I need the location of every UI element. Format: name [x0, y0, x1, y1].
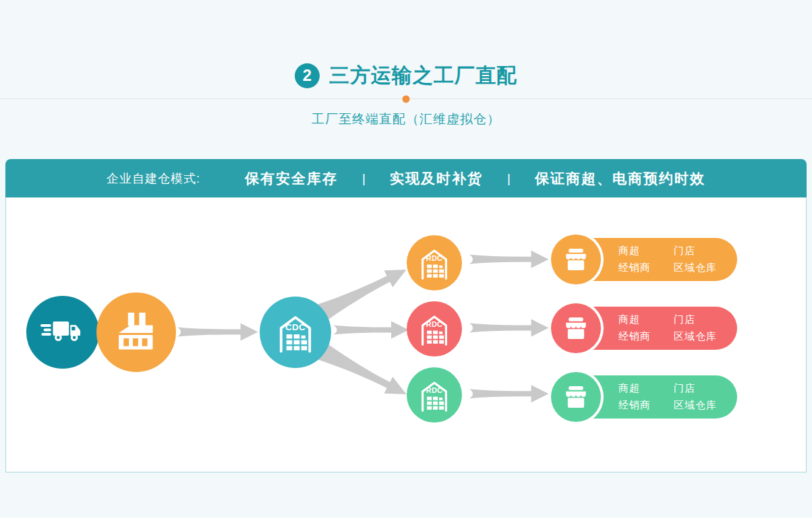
banner-item-2: 实现及时补货: [390, 169, 483, 188]
warehouse-icon: RDC: [416, 377, 453, 413]
banner-label: 企业自建仓模式:: [107, 171, 200, 187]
cdc-warehouse-node: CDC: [260, 297, 331, 368]
arrow-factory-to-cdc: [177, 324, 258, 341]
warehouse-icon: RDC: [416, 245, 453, 281]
rdc-node-middle: RDC: [407, 301, 462, 357]
bottom-strip: [0, 518, 812, 523]
destination-pill-middle: 商超 门店 经销商 区域仓库: [551, 307, 737, 350]
destination-label: 门店: [674, 313, 717, 326]
mode-banner: 企业自建仓模式: 保有安全库存 | 实现及时补货 | 保证商超、电商预约时效: [5, 159, 807, 197]
destination-label: 商超: [618, 382, 663, 395]
rdc-node-bottom: RDC: [407, 367, 462, 423]
warehouse-icon: CDC: [273, 310, 318, 355]
page-title: 三方运输之工厂直配: [329, 62, 517, 90]
destination-label: 区域仓库: [674, 399, 717, 412]
destination-label: 门店: [674, 382, 717, 395]
diagram-panel: CDC RDC R: [5, 197, 807, 472]
banner-item-1: 保有安全库存: [245, 169, 338, 188]
destination-label: 经销商: [618, 262, 663, 274]
destination-label: 商超: [618, 245, 663, 257]
rdc-label: RDC: [426, 320, 443, 328]
banner-separator: |: [362, 171, 366, 186]
rdc-label: RDC: [426, 386, 443, 394]
banner-separator: |: [507, 171, 511, 186]
destination-pill-bottom: 商超 门店 经销商 区域仓库: [551, 375, 737, 419]
rdc-node-top: RDC: [407, 235, 462, 290]
arrow-rdc-mid-to-destination: [469, 319, 549, 337]
content-card: 企业自建仓模式: 保有安全库存 | 实现及时补货 | 保证商超、电商预约时效: [5, 159, 807, 472]
storefront-icon: [560, 244, 591, 275]
transport-node: [26, 296, 99, 369]
storefront-icon: [560, 313, 591, 344]
storefront-icon: [560, 381, 591, 412]
page-heading: 2 三方运输之工厂直配: [0, 62, 812, 89]
store-circle: [551, 372, 601, 422]
page-subtitle: 工厂至终端直配（汇维虚拟仓）: [0, 111, 812, 128]
step-number-badge: 2: [295, 63, 320, 88]
store-circle: [551, 303, 601, 353]
destination-label: 经销商: [618, 399, 663, 412]
divider-dot: [403, 95, 410, 102]
page-background: { "header": { "badge": "2", "title": "三方…: [0, 0, 812, 523]
factory-node: [96, 293, 176, 372]
destination-label: 门店: [674, 245, 717, 257]
store-circle: [551, 235, 601, 284]
destination-labels: 商超 门店 经销商 区域仓库: [618, 382, 717, 412]
destination-label: 区域仓库: [674, 262, 717, 274]
arrow-rdc-bottom-to-destination: [469, 385, 549, 402]
factory-icon: [112, 311, 161, 353]
rdc-label: RDC: [426, 254, 443, 262]
warehouse-icon: RDC: [416, 311, 453, 347]
destination-labels: 商超 门店 经销商 区域仓库: [618, 245, 717, 274]
destination-labels: 商超 门店 经销商 区域仓库: [618, 313, 717, 343]
destination-label: 经销商: [618, 330, 663, 343]
cdc-label: CDC: [285, 322, 306, 332]
destination-label: 商超: [618, 313, 663, 326]
arrow-cdc-to-rdc-mid: [333, 321, 409, 339]
divider-line: [0, 98, 812, 99]
destination-label: 区域仓库: [674, 330, 717, 343]
destination-pill-top: 商超 门店 经销商 区域仓库: [551, 238, 737, 281]
banner-item-3: 保证商超、电商预约时效: [535, 169, 705, 188]
delivery-truck-icon: [40, 319, 85, 346]
arrow-rdc-top-to-destination: [469, 251, 549, 268]
